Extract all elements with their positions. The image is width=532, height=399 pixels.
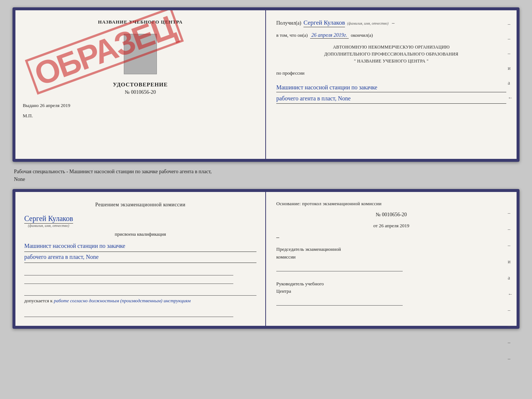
po-professii-label: по профессии (276, 70, 506, 76)
predsedatel-signature-line (276, 263, 403, 271)
photo-placeholder (124, 34, 157, 74)
vtom-label: в том, что он(а) (276, 32, 308, 38)
prisvoena-text: присвоена квалификация (24, 231, 256, 237)
char-arrow: ← (508, 95, 513, 101)
bottom-name: Сергей Кулаков (24, 214, 73, 224)
protocol-number: № 0010656-20 (276, 212, 506, 218)
dash-separator: – (391, 20, 395, 26)
profession-line2: рабочего агента в пласт, None (276, 94, 506, 104)
profession-block: Машинист насосной станции по закачке раб… (276, 81, 506, 104)
bottom-document: Решением экзаменационной комиссии Сергей… (12, 189, 520, 329)
kvali-line2: рабочего агента в пласт, None (24, 252, 256, 263)
char-i: и (508, 65, 513, 71)
dopuskaetsya-text: работе согласно должностным (производств… (54, 298, 190, 303)
udostoverenie-block: УДОСТОВЕРЕНИЕ № 0010656-20 (113, 82, 168, 95)
middle-line1: Рабочая специальность - Машинист насосно… (14, 169, 212, 174)
bchar-a: а (508, 275, 513, 281)
middle-line2: None (14, 177, 25, 182)
org-line2: ДОПОЛНИТЕЛЬНОГО ПРОФЕССИОНАЛЬНОГО ОБРАЗО… (276, 51, 506, 58)
kvali-block: Машинист насосной станции по закачке раб… (24, 241, 256, 263)
bottom-right-panel: Основание: протокол экзаменационной коми… (266, 192, 517, 326)
mp-line: М.П. (23, 113, 33, 119)
ot-prefix: от (373, 223, 378, 228)
top-left-title: НАЗВАНИЕ УЧЕБНОГО ЦЕНТРА (98, 19, 183, 25)
ot-date: 26 апреля 2019 (379, 223, 409, 228)
bchar-i: и (508, 259, 513, 265)
kvali-line1: Машинист насосной станции по закачке (24, 241, 256, 252)
org-block: АВТОНОМНУЮ НЕКОММЕРЧЕСКУЮ ОРГАНИЗАЦИЮ ДО… (276, 44, 506, 65)
vydano-line: Выдано 26 апреля 2019 (23, 103, 70, 111)
okonchil-label: окончил(а) (351, 32, 373, 38)
blank-line-3 (24, 310, 233, 317)
udostoverenie-number: № 0010656-20 (113, 89, 168, 95)
predsedatel-line1: Председатель экзаменационной (276, 246, 506, 253)
bottom-left-panel: Решением экзаменационной комиссии Сергей… (15, 192, 266, 326)
dash-3: – (508, 51, 513, 57)
bdash-4: – (508, 307, 513, 313)
osnovanie-text: Основание: протокол экзаменационной коми… (276, 201, 506, 207)
dopuskaetsya-block: допускается к работе согласно должностны… (24, 295, 256, 304)
rukovoditel-line2: Центра (276, 288, 506, 295)
ot-date-line: от 26 апреля 2019 (276, 223, 506, 229)
profession-line1: Машинист насосной станции по закачке (276, 83, 506, 93)
udostoverenie-label: УДОСТОВЕРЕНИЕ (113, 82, 168, 88)
predsedatel-block: Председатель экзаменационной комиссии (276, 246, 506, 271)
blank-lines (24, 268, 256, 284)
poluchil-line: Получил(а) Сергей Кулаков (фамилия, имя,… (276, 19, 506, 27)
dash-2: – (508, 36, 513, 42)
bottom-name-block: Сергей Кулаков (фамилия, имя, отчество) (24, 214, 256, 228)
dash-separator-bottom: – (276, 234, 506, 241)
bdash-1: – (508, 210, 513, 216)
rukovoditel-block: Руководитель учебного Центра (276, 280, 506, 306)
blank-lines-2 (24, 310, 256, 317)
blank-line-1 (24, 268, 233, 275)
reshen-text: Решением экзаменационной комиссии (24, 201, 256, 209)
blank-line-2 (24, 277, 233, 284)
poluchil-subtitle: (фамилия, имя, отчество) (347, 21, 388, 25)
predsedatel-line2: комиссии (276, 253, 506, 261)
bdash-5: – (508, 324, 513, 329)
vtom-date: 26 апреля 2019г. (310, 32, 349, 39)
bdash-2: – (508, 227, 513, 232)
middle-text-section: Рабочая специальность - Машинист насосно… (12, 168, 520, 183)
right-side-dashes: – – – и а ← (508, 21, 513, 101)
org-line3: " НАЗВАНИЕ УЧЕБНОГО ЦЕНТРА " (276, 58, 506, 65)
rukovoditel-line1: Руководитель учебного (276, 280, 506, 288)
right-dashes-bottom: – – – и а ← – – – – (508, 210, 513, 362)
bottom-name-subtitle: (фамилия, имя, отчество) (28, 224, 256, 228)
dopuskaetsya-prefix: допускается к (24, 298, 53, 303)
vtom-line: в том, что он(а) 26 апреля 2019г. окончи… (276, 32, 506, 39)
char-a: а (508, 80, 513, 86)
rukovoditel-signature-line (276, 297, 403, 306)
dash-1: – (508, 21, 513, 27)
bdash-3: – (508, 243, 513, 249)
bchar-arrow: ← (508, 291, 513, 297)
org-line1: АВТОНОМНУЮ НЕКОММЕРЧЕСКУЮ ОРГАНИЗАЦИЮ (276, 44, 506, 51)
bdash-7: – (508, 356, 513, 362)
bdash-6: – (508, 340, 513, 346)
poluchil-label: Получил(а) (276, 20, 301, 26)
poluchil-name: Сергей Кулаков (303, 19, 345, 27)
top-document: НАЗВАНИЕ УЧЕБНОГО ЦЕНТРА ОБРАЗЕЦ УДОСТОВ… (12, 7, 520, 162)
top-right-panel: Получил(а) Сергей Кулаков (фамилия, имя,… (266, 10, 517, 159)
top-left-panel: НАЗВАНИЕ УЧЕБНОГО ЦЕНТРА ОБРАЗЕЦ УДОСТОВ… (15, 10, 266, 159)
